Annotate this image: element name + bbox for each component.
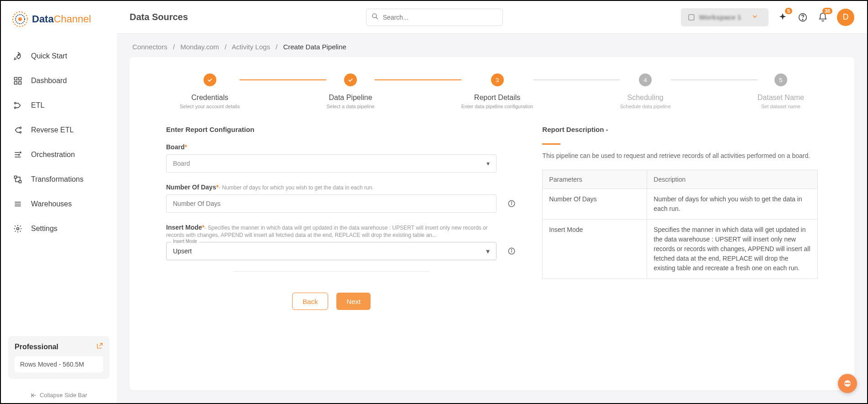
- description-title: Report Description -: [542, 126, 818, 133]
- sidebar-item-label: ETL: [31, 101, 44, 110]
- step-subtitle: Select a data pipeline: [326, 104, 374, 109]
- chevron-down-icon: [751, 13, 762, 21]
- search-input[interactable]: [383, 14, 498, 21]
- divider: [233, 271, 429, 272]
- step-check-icon: [344, 73, 357, 86]
- rows-moved: Rows Moved - 560.5M: [15, 356, 103, 373]
- insert-label: Insert Mode*- Specifies the manner in wh…: [166, 224, 497, 238]
- workspace-selector[interactable]: Workspace 1: [681, 8, 769, 26]
- step-title: Credentials: [191, 94, 228, 102]
- breadcrumb: Connectors / Monday.com / Activity Logs …: [117, 34, 867, 57]
- step-report-details[interactable]: 3 Report Details Enter data pipeline con…: [461, 73, 533, 109]
- back-button[interactable]: Back: [292, 293, 328, 310]
- svg-line-23: [376, 17, 378, 19]
- main: Data Sources Workspace 1 5: [117, 1, 867, 403]
- sidebar-item-reverse-etl[interactable]: Reverse ETL: [1, 118, 117, 142]
- sidebar-item-label: Dashboard: [31, 77, 67, 85]
- sidebar-item-transformations[interactable]: Transformations: [1, 167, 117, 192]
- step-number: 5: [774, 73, 787, 86]
- step-dataset-name[interactable]: 5 Dataset Name Set dataset name: [758, 73, 804, 109]
- days-label: Number Of Days*- Number of days for whic…: [166, 184, 497, 191]
- collapse-label: Collapse Side Bar: [40, 392, 87, 399]
- breadcrumb-item[interactable]: Activity Logs: [232, 43, 270, 51]
- svg-point-19: [17, 228, 19, 230]
- logo-icon: [12, 11, 28, 27]
- insert-mode-select[interactable]: Insert Mode Upsert ▾: [166, 242, 497, 260]
- transform-icon: [13, 174, 23, 184]
- svg-point-10: [20, 127, 21, 128]
- table-row: Number Of Days Number of days for which …: [543, 189, 818, 220]
- svg-rect-14: [15, 176, 17, 178]
- param-desc: Number of days for which you wish to get…: [647, 189, 818, 220]
- insert-mat-label: Insert Mode: [171, 239, 199, 244]
- topbar: Data Sources Workspace 1 5: [117, 1, 867, 34]
- step-line: [533, 79, 620, 80]
- svg-point-22: [372, 14, 376, 18]
- step-line: [671, 79, 758, 80]
- collapse-sidebar[interactable]: Collapse Side Bar: [1, 387, 117, 403]
- help-button[interactable]: [797, 11, 809, 23]
- param-table: Parameters Description Number Of Days Nu…: [542, 170, 818, 279]
- th-parameters: Parameters: [543, 170, 647, 189]
- grid-icon: [13, 76, 23, 86]
- step-subtitle: Schedule data pipeline: [620, 104, 670, 109]
- svg-rect-7: [19, 82, 21, 84]
- search-icon: [371, 12, 379, 22]
- next-button[interactable]: Next: [336, 293, 371, 310]
- logo[interactable]: DataChannel: [1, 11, 117, 38]
- param-desc: Specifies the manner in which data will …: [647, 220, 818, 279]
- sidebar-item-label: Transformations: [31, 175, 84, 184]
- plan-title: Professional: [15, 343, 58, 351]
- step-scheduling[interactable]: 4 Scheduling Schedule data pipeline: [620, 73, 670, 109]
- step-title: Dataset Name: [758, 94, 804, 102]
- description-panel: Report Description - This pipeline can b…: [542, 126, 818, 310]
- chevron-down-icon: ▾: [486, 247, 490, 256]
- sidebar-item-label: Reverse ETL: [31, 126, 73, 134]
- workspace-name: Workspace 1: [699, 13, 741, 21]
- plan-box: Professional Rows Moved - 560.5M: [8, 336, 110, 379]
- board-placeholder: Board: [173, 160, 190, 167]
- svg-point-32: [512, 249, 512, 250]
- svg-point-26: [802, 19, 803, 19]
- svg-rect-5: [19, 78, 21, 80]
- orchestration-icon: [13, 150, 23, 160]
- info-icon[interactable]: [507, 199, 516, 208]
- search-box[interactable]: [366, 9, 503, 26]
- sidebar-item-quick-start[interactable]: Quick Start: [1, 44, 117, 68]
- form-left: Enter Report Configuration Board* Board …: [166, 126, 497, 310]
- svg-point-9: [15, 107, 16, 108]
- step-credentials[interactable]: Credentials Select your account details: [180, 73, 240, 109]
- page-title: Data Sources: [130, 12, 188, 22]
- svg-rect-15: [19, 181, 21, 183]
- step-number: 4: [639, 73, 652, 86]
- svg-point-29: [512, 202, 512, 202]
- step-data-pipeline[interactable]: Data Pipeline Select a data pipeline: [326, 73, 374, 109]
- avatar[interactable]: D: [837, 9, 854, 26]
- form-section-title: Enter Report Configuration: [166, 126, 497, 133]
- stepper: Credentials Select your account details …: [130, 70, 854, 119]
- board-label: Board*: [166, 143, 497, 151]
- sidebar-item-dashboard[interactable]: Dashboard: [1, 68, 117, 93]
- sidebar-item-label: Quick Start: [31, 52, 67, 60]
- sidebar-item-settings[interactable]: Settings: [1, 216, 117, 241]
- sidebar-item-etl[interactable]: ETL: [1, 93, 117, 118]
- step-number: 3: [491, 73, 504, 86]
- sidebar-item-warehouses[interactable]: Warehouses: [1, 192, 117, 216]
- th-description: Description: [647, 170, 818, 189]
- step-line: [240, 79, 326, 80]
- bell-button[interactable]: 38: [817, 11, 829, 23]
- chat-fab[interactable]: [838, 374, 857, 393]
- days-input[interactable]: [166, 194, 497, 213]
- insert-value: Upsert: [173, 247, 192, 255]
- sidebar-item-orchestration[interactable]: Orchestration: [1, 142, 117, 167]
- breadcrumb-item[interactable]: Monday.com: [180, 43, 219, 51]
- open-plan-icon[interactable]: [96, 342, 103, 352]
- param-name: Insert Mode: [543, 220, 647, 279]
- board-select[interactable]: Board ▾: [166, 154, 497, 173]
- step-line: [375, 79, 461, 80]
- sparkle-button[interactable]: 5: [777, 11, 789, 23]
- breadcrumb-item[interactable]: Connectors: [132, 43, 167, 51]
- step-title: Report Details: [474, 94, 520, 102]
- info-icon[interactable]: [507, 247, 516, 255]
- svg-rect-6: [15, 82, 17, 84]
